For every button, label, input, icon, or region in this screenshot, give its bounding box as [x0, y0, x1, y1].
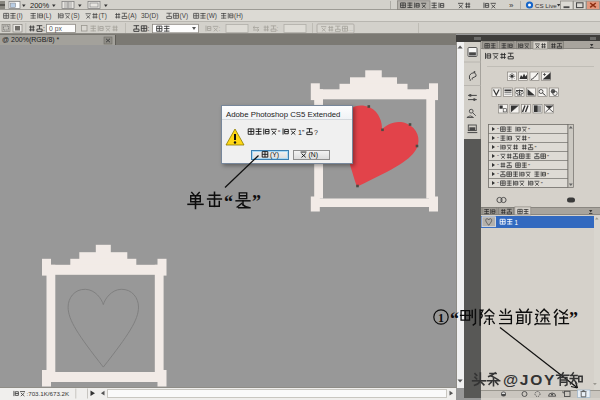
svg-text:“: “	[497, 163, 499, 169]
svg-text:“: “	[497, 154, 499, 160]
svg-text::: :	[43, 25, 45, 32]
svg-text:“: “	[497, 127, 499, 133]
svg-text:(A): (A)	[128, 12, 137, 20]
svg-text:(W): (W)	[207, 12, 217, 20]
svg-text:“: “	[497, 172, 499, 178]
svg-text:”: ”	[534, 145, 536, 151]
svg-text:”: ”	[569, 309, 578, 329]
svg-text:@JOY: @JOY	[503, 371, 556, 388]
svg-text:“: “	[497, 145, 499, 151]
svg-text:”: ”	[528, 136, 530, 142]
svg-text::: :	[219, 25, 221, 32]
svg-text:(L): (L)	[44, 12, 52, 20]
svg-text::: :	[277, 25, 279, 32]
svg-text:3D(D): 3D(D)	[141, 12, 158, 20]
svg-text:0 px: 0 px	[49, 25, 62, 33]
svg-text:“: “	[224, 192, 233, 212]
svg-text:(N): (N)	[309, 151, 318, 159]
svg-text:(S): (S)	[71, 12, 80, 20]
svg-text:1: 1	[515, 219, 519, 226]
svg-text:1: 1	[438, 311, 444, 325]
svg-text:“: “	[278, 129, 281, 136]
svg-text:(I): (I)	[17, 12, 23, 20]
svg-text:200%: 200%	[30, 1, 50, 10]
svg-text:(H): (H)	[234, 12, 243, 20]
svg-text:”: ”	[547, 154, 549, 160]
svg-text:“: “	[497, 136, 499, 142]
svg-text:(Y): (Y)	[270, 151, 279, 159]
svg-text:CS Live: CS Live	[535, 2, 557, 9]
svg-text:”: ”	[541, 181, 543, 187]
svg-text:...: ...	[348, 26, 353, 32]
svg-text:1”: 1”	[298, 129, 305, 136]
svg-text:(V): (V)	[180, 12, 189, 20]
svg-text:»: »	[509, 1, 514, 10]
svg-text::703.1K/673.2K: :703.1K/673.2K	[27, 390, 71, 397]
svg-text:”: ”	[528, 127, 530, 133]
svg-text:“: “	[450, 309, 459, 329]
svg-text:@ 200%(RGB/8) *: @ 200%(RGB/8) *	[2, 36, 60, 44]
svg-text::: :	[148, 25, 150, 32]
svg-text:(T): (T)	[99, 12, 107, 20]
svg-text:“: “	[497, 181, 499, 187]
svg-text:”: ”	[252, 192, 261, 212]
svg-text:”: ”	[528, 163, 530, 169]
svg-text:”: ”	[547, 172, 549, 178]
svg-text:?: ?	[314, 129, 318, 136]
